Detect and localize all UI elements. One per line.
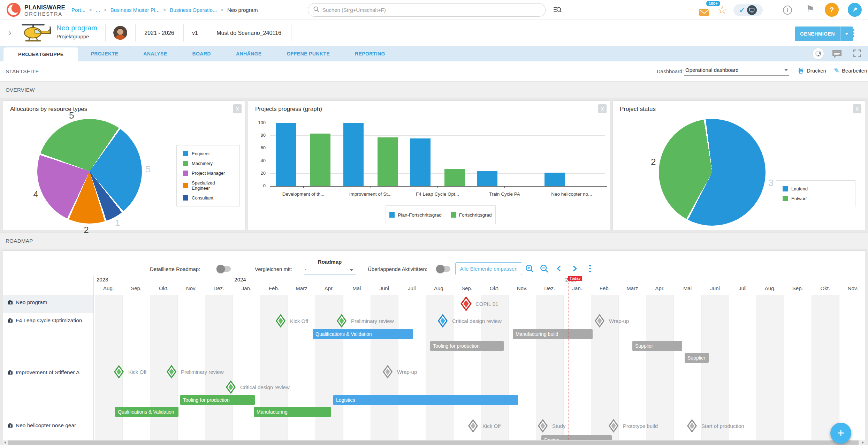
- brand-text: PLANISWARE ORCHESTRA: [24, 4, 65, 17]
- helicopter-icon: [20, 22, 53, 45]
- detailed-roadmap-label: Detaillierte Roadmap:: [150, 266, 200, 272]
- program-type: Projektgruppe: [56, 33, 89, 39]
- chevron-down-icon: [784, 69, 788, 71]
- breadcrumb-item[interactable]: Business Master Pl...: [111, 7, 160, 13]
- program-scenario: Must do Scenario_240116: [207, 20, 291, 46]
- tab-board[interactable]: BOARD: [180, 46, 223, 61]
- printer-icon: [798, 67, 804, 74]
- breadcrumb-separator: >: [163, 7, 166, 13]
- monitor-edit-circle-icon[interactable]: [812, 48, 824, 60]
- tab-offene-punkte[interactable]: OFFENE PUNKTE: [274, 46, 342, 61]
- compare-select[interactable]: [304, 274, 356, 274]
- approve-button-label[interactable]: GENEHMIGEN: [795, 27, 840, 41]
- planisware-app: PLANISWARE ORCHESTRA Port...>...>Busines…: [0, 0, 868, 445]
- plus-icon: +: [837, 426, 844, 440]
- breadcrumb-item[interactable]: ...: [96, 7, 100, 13]
- more-menu-icon[interactable]: [853, 28, 854, 38]
- program-period: 2021 - 2026: [135, 20, 183, 46]
- brand-product: ORCHESTRA: [24, 11, 65, 17]
- approve-button[interactable]: GENEHMIGEN: [795, 27, 853, 41]
- check-icon: [739, 6, 745, 14]
- edit-label: Bearbeiten: [842, 68, 867, 74]
- flag-icon[interactable]: [806, 3, 814, 15]
- scroll-left-icon[interactable]: [557, 266, 563, 272]
- detailed-roadmap-toggle[interactable]: [218, 266, 231, 272]
- monitor-edit-icon: [747, 5, 757, 15]
- validation-toggle[interactable]: [733, 4, 763, 16]
- info-icon[interactable]: [783, 6, 792, 15]
- tab-anhänge[interactable]: ANHÄNGE: [223, 46, 274, 61]
- zoom-out-icon[interactable]: [540, 264, 549, 275]
- overlapping-activities-label: Überlappende Aktivitäten:: [368, 266, 427, 272]
- scroll-right-icon[interactable]: [571, 266, 577, 272]
- print-button[interactable]: Drucken: [798, 67, 826, 74]
- approve-dropdown-button[interactable]: [840, 27, 853, 41]
- dashboard-select-value: Operational dashboard: [685, 67, 739, 73]
- tab-reporting[interactable]: REPORTING: [342, 46, 398, 61]
- program-title[interactable]: Neo program: [56, 24, 97, 32]
- page-subheader: STARTSEITE Dashboard: Operational dashbo…: [0, 61, 868, 81]
- tab-projektgruppe[interactable]: PROJEKTGRUPPE: [3, 47, 78, 61]
- program-version: v1: [183, 20, 207, 46]
- top-header: PLANISWARE ORCHESTRA Port...>...>Busines…: [0, 0, 868, 20]
- scrollbar-thumb[interactable]: [8, 440, 859, 445]
- pencil-icon: [834, 67, 839, 75]
- pushpin-icon[interactable]: [848, 3, 862, 17]
- breadcrumb-separator: >: [104, 7, 107, 13]
- tab-bar: PROJEKTGRUPPEPROJEKTEANALYSEBOARDANHÄNGE…: [0, 46, 868, 61]
- divider: [291, 24, 291, 42]
- help-icon[interactable]: [825, 3, 839, 17]
- fullscreen-icon[interactable]: [853, 49, 862, 59]
- breadcrumb-item[interactable]: Port...: [71, 7, 85, 13]
- overlapping-activities-toggle[interactable]: [437, 266, 450, 272]
- notification-count-badge: 100+: [706, 1, 720, 6]
- divider: [105, 24, 106, 42]
- scrollbar-left-arrow-icon[interactable]: [4, 441, 6, 444]
- roadmap-more-menu-icon[interactable]: [589, 263, 591, 274]
- dashboard-label: Dashboard:: [657, 68, 684, 74]
- notifications-icon[interactable]: [699, 8, 710, 18]
- avatar[interactable]: [113, 26, 127, 40]
- breadcrumb-separator: >: [221, 7, 223, 13]
- comment-icon[interactable]: [832, 49, 842, 60]
- zoom-in-icon[interactable]: [525, 264, 534, 275]
- dashboard-select[interactable]: Operational dashboard: [684, 65, 789, 76]
- breadcrumb-separator: >: [89, 7, 92, 13]
- scrollbar-right-arrow-icon[interactable]: [862, 441, 864, 444]
- advanced-search-icon[interactable]: [553, 5, 562, 16]
- search-icon: [313, 6, 320, 14]
- tabs: PROJEKTGRUPPEPROJEKTEANALYSEBOARDANHÄNGE…: [3, 46, 398, 61]
- search-input[interactable]: [322, 7, 540, 13]
- add-button[interactable]: +: [830, 423, 851, 444]
- planisware-logo-icon: [6, 2, 21, 18]
- tab-analyse[interactable]: ANALYSE: [131, 46, 180, 61]
- print-label: Drucken: [807, 68, 826, 74]
- program-header: Neo program Projektgruppe 2021 - 2026 v1…: [0, 20, 868, 46]
- edit-button[interactable]: Bearbeiten: [834, 67, 867, 75]
- page-title: STARTSEITE: [6, 68, 39, 74]
- breadcrumb-item: Neo program: [227, 7, 259, 13]
- brand-name: PLANISWARE: [24, 4, 65, 11]
- search-box[interactable]: [308, 3, 546, 17]
- brand[interactable]: PLANISWARE ORCHESTRA: [6, 2, 65, 18]
- breadcrumb-item[interactable]: Business Operatio...: [170, 7, 217, 13]
- compare-select-value: -: [305, 266, 306, 272]
- compare-with-label: Vergleichen mit:: [255, 266, 292, 272]
- breadcrumb: Port...>...>Business Master Pl...>Busine…: [71, 0, 259, 20]
- compare-field-label: Roadmap: [318, 259, 342, 265]
- horizontal-scrollbar[interactable]: [3, 440, 865, 445]
- collapse-chevron-icon[interactable]: [8, 28, 12, 38]
- fit-all-button[interactable]: Alle Elemente einpassen: [455, 262, 522, 275]
- chevron-down-icon[interactable]: [350, 269, 353, 271]
- chevron-down-icon: [845, 33, 848, 35]
- tab-projekte[interactable]: PROJEKTE: [78, 46, 131, 61]
